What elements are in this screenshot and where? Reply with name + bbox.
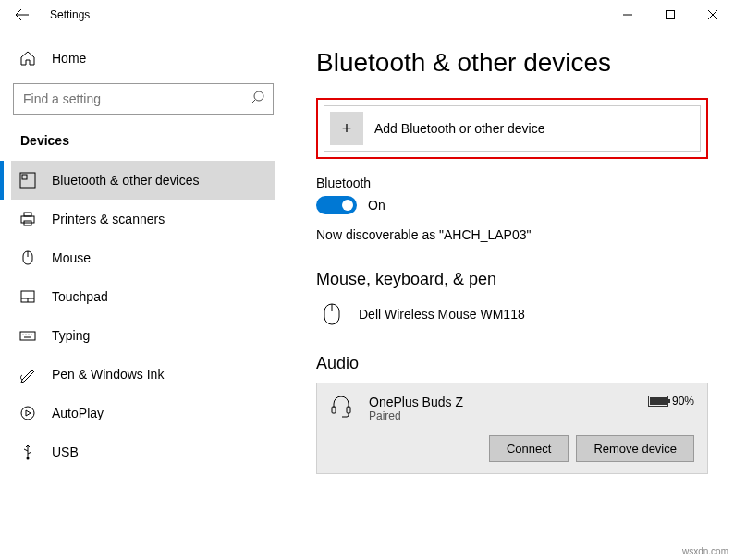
svg-point-18 [21,407,34,420]
home-label: Home [52,51,86,66]
section-header: Devices [11,126,275,161]
sidebar-item-label: Printers & scanners [52,212,165,226]
audio-device-card[interactable]: OnePlus Buds Z Paired 90% Connect Remove… [316,383,708,474]
bluetooth-tile-icon [18,172,37,189]
autoplay-icon [18,405,37,421]
audio-device-status: Paired [369,409,631,422]
bluetooth-toggle[interactable] [316,196,357,214]
sidebar-item-mouse[interactable]: Mouse [11,238,275,277]
maximize-button[interactable] [649,0,691,30]
mouse-group-title: Mouse, keyboard, & pen [316,270,708,289]
add-device-highlight: + Add Bluetooth or other device [316,98,708,159]
battery-icon [648,396,668,407]
sidebar-item-label: Mouse [52,250,91,265]
svg-point-16 [31,335,32,335]
add-device-button[interactable]: + Add Bluetooth or other device [324,105,701,152]
svg-point-13 [23,335,24,335]
mouse-icon [322,302,342,326]
app-title: Settings [50,8,90,21]
back-button[interactable] [7,0,37,30]
title-bar: Settings [0,0,734,30]
plus-icon: + [330,112,363,145]
headset-icon [330,395,352,419]
search-icon [250,91,264,105]
sidebar-item-typing[interactable]: Typing [11,316,275,355]
svg-point-19 [27,457,30,460]
svg-point-15 [29,335,30,335]
sidebar-item-pen[interactable]: Pen & Windows Ink [11,355,275,394]
device-name: Dell Wireless Mouse WM118 [359,307,525,322]
page-title: Bluetooth & other devices [316,48,708,78]
watermark: wsxdn.com [682,546,728,556]
sidebar-item-usb[interactable]: USB [11,432,275,471]
minimize-icon [623,10,632,19]
sidebar-item-printers[interactable]: Printers & scanners [11,200,275,238]
sidebar-item-label: Touchpad [52,289,108,304]
svg-point-1 [254,91,263,101]
home-link[interactable]: Home [11,41,275,76]
svg-rect-3 [22,175,27,179]
mouse-icon [18,250,37,266]
audio-device-name: OnePlus Buds Z [369,395,631,409]
close-icon [708,10,717,19]
keyboard-icon [18,327,37,344]
discoverable-text: Now discoverable as "AHCH_LAP03" [316,227,708,242]
sidebar-item-label: Typing [52,328,90,343]
home-icon [18,50,37,67]
sidebar-item-bluetooth[interactable]: Bluetooth & other devices [11,161,275,200]
svg-rect-23 [347,407,350,413]
audio-group-title: Audio [316,354,708,373]
svg-rect-22 [332,407,336,413]
add-device-label: Add Bluetooth or other device [374,121,544,136]
sidebar-item-touchpad[interactable]: Touchpad [11,277,275,316]
usb-icon [18,444,37,460]
content-pane: Bluetooth & other devices + Add Bluetoot… [287,30,734,560]
close-button[interactable] [691,0,734,30]
device-row[interactable]: Dell Wireless Mouse WM118 [316,298,708,354]
maximize-icon [666,10,675,19]
remove-device-button[interactable]: Remove device [576,435,694,462]
sidebar: Home Devices Bluetooth & other devices [0,30,287,560]
printer-icon [18,211,37,227]
window-controls [606,0,734,30]
search-input[interactable] [13,83,274,115]
back-arrow-icon [15,7,30,22]
minimize-button[interactable] [606,0,649,30]
svg-rect-0 [667,11,675,19]
pen-icon [18,366,37,383]
search-wrap [13,83,274,115]
sidebar-item-label: Bluetooth & other devices [52,173,200,188]
svg-rect-4 [21,216,34,223]
svg-point-14 [26,335,27,335]
touchpad-icon [18,288,37,305]
toggle-state-label: On [368,198,385,213]
sidebar-item-autoplay[interactable]: AutoPlay [11,394,275,432]
bluetooth-header: Bluetooth [316,176,708,190]
sidebar-item-label: AutoPlay [52,406,104,420]
svg-rect-12 [20,332,35,340]
battery-percent: 90% [672,395,694,408]
sidebar-item-label: USB [52,444,79,459]
battery-indicator: 90% [648,395,694,408]
toggle-knob [342,200,353,211]
connect-button[interactable]: Connect [489,435,569,462]
sidebar-item-label: Pen & Windows Ink [52,367,164,382]
svg-rect-5 [24,213,31,216]
